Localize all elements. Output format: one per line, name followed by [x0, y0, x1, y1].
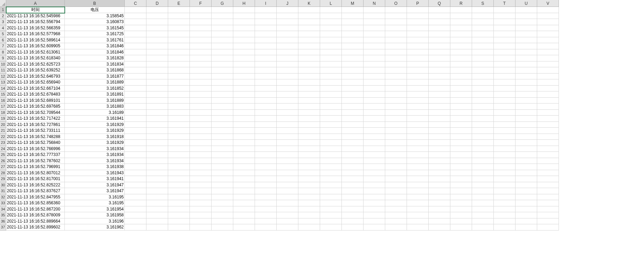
- cell-D4[interactable]: [146, 25, 168, 31]
- cell-P2[interactable]: [407, 13, 429, 19]
- cell-H16[interactable]: [233, 98, 255, 104]
- cell-L5[interactable]: [320, 31, 342, 37]
- cell-U37[interactable]: [515, 224, 537, 231]
- cell-J25[interactable]: [277, 152, 298, 158]
- row-header-31[interactable]: 31: [0, 188, 6, 194]
- cell-G29[interactable]: [212, 176, 233, 182]
- row-header-20[interactable]: 20: [0, 122, 6, 128]
- cell-C2[interactable]: [125, 13, 146, 19]
- cell-P8[interactable]: [407, 49, 429, 56]
- column-header-G[interactable]: G: [212, 0, 233, 7]
- cell-O30[interactable]: [385, 182, 407, 188]
- cell-L15[interactable]: [320, 91, 342, 98]
- cell-R17[interactable]: [450, 104, 472, 110]
- cell-V37[interactable]: [537, 224, 559, 231]
- cell-I17[interactable]: [255, 104, 277, 110]
- cell-L35[interactable]: [320, 212, 342, 218]
- cell-A9[interactable]: 2021-11-13 16:16:52.618340: [6, 55, 65, 61]
- cell-Q11[interactable]: [429, 67, 450, 74]
- cell-A29[interactable]: 2021-11-13 16:16:52.817001: [6, 176, 65, 182]
- cell-V6[interactable]: [537, 37, 559, 43]
- cell-G37[interactable]: [212, 224, 233, 231]
- cell-Q21[interactable]: [429, 128, 450, 134]
- cell-B2[interactable]: 3.158545: [65, 13, 125, 19]
- cell-R25[interactable]: [450, 152, 472, 158]
- cell-P31[interactable]: [407, 188, 429, 194]
- cell-B26[interactable]: 3.161934: [65, 158, 125, 164]
- cell-K2[interactable]: [298, 13, 320, 19]
- cell-M34[interactable]: [342, 206, 364, 213]
- cell-E21[interactable]: [168, 128, 190, 134]
- cell-I9[interactable]: [255, 55, 277, 61]
- cell-H1[interactable]: [233, 7, 255, 13]
- cell-Q25[interactable]: [429, 152, 450, 158]
- cell-B18[interactable]: 3.16189: [65, 110, 125, 116]
- row-header-16[interactable]: 16: [0, 98, 6, 104]
- cell-H17[interactable]: [233, 104, 255, 110]
- cell-V19[interactable]: [537, 116, 559, 122]
- cell-Q10[interactable]: [429, 61, 450, 68]
- cell-P20[interactable]: [407, 122, 429, 128]
- cell-V9[interactable]: [537, 55, 559, 61]
- cell-K33[interactable]: [298, 200, 320, 206]
- cell-C3[interactable]: [125, 19, 146, 25]
- cell-C33[interactable]: [125, 200, 146, 206]
- cell-F24[interactable]: [190, 146, 212, 152]
- row-header-12[interactable]: 12: [0, 74, 6, 80]
- cell-R8[interactable]: [450, 49, 472, 56]
- cell-F35[interactable]: [190, 212, 212, 218]
- cell-A33[interactable]: 2021-11-13 16:16:52.856360: [6, 200, 65, 206]
- cell-H19[interactable]: [233, 116, 255, 122]
- cell-U33[interactable]: [515, 200, 537, 206]
- cell-R26[interactable]: [450, 158, 472, 164]
- cell-E3[interactable]: [168, 19, 190, 25]
- cell-L30[interactable]: [320, 182, 342, 188]
- cell-Q33[interactable]: [429, 200, 450, 206]
- row-header-28[interactable]: 28: [0, 170, 6, 176]
- cell-N23[interactable]: [364, 140, 385, 146]
- cell-H28[interactable]: [233, 170, 255, 176]
- cell-O31[interactable]: [385, 188, 407, 194]
- cell-I23[interactable]: [255, 140, 277, 146]
- cell-R14[interactable]: [450, 86, 472, 92]
- column-header-L[interactable]: L: [320, 0, 342, 7]
- cell-O19[interactable]: [385, 116, 407, 122]
- cell-R34[interactable]: [450, 206, 472, 213]
- cell-L10[interactable]: [320, 61, 342, 68]
- cell-V35[interactable]: [537, 212, 559, 218]
- cell-D15[interactable]: [146, 91, 168, 98]
- cell-E34[interactable]: [168, 206, 190, 213]
- cell-G23[interactable]: [212, 140, 233, 146]
- cell-I32[interactable]: [255, 194, 277, 200]
- cell-J29[interactable]: [277, 176, 298, 182]
- cell-V26[interactable]: [537, 158, 559, 164]
- cell-S11[interactable]: [472, 67, 494, 74]
- cell-G26[interactable]: [212, 158, 233, 164]
- cell-I18[interactable]: [255, 110, 277, 116]
- cell-V29[interactable]: [537, 176, 559, 182]
- cell-B4[interactable]: 3.161545: [65, 25, 125, 31]
- cell-J19[interactable]: [277, 116, 298, 122]
- cell-I4[interactable]: [255, 25, 277, 31]
- cell-U35[interactable]: [515, 212, 537, 218]
- cell-I24[interactable]: [255, 146, 277, 152]
- cell-F37[interactable]: [190, 224, 212, 231]
- cell-S27[interactable]: [472, 164, 494, 170]
- cell-N17[interactable]: [364, 104, 385, 110]
- cell-H25[interactable]: [233, 152, 255, 158]
- cell-S13[interactable]: [472, 79, 494, 86]
- column-header-E[interactable]: E: [168, 0, 190, 7]
- cell-N27[interactable]: [364, 164, 385, 170]
- cell-I27[interactable]: [255, 164, 277, 170]
- cell-A16[interactable]: 2021-11-13 16:16:52.689101: [6, 98, 65, 104]
- cell-R21[interactable]: [450, 128, 472, 134]
- cell-I19[interactable]: [255, 116, 277, 122]
- cell-E4[interactable]: [168, 25, 190, 31]
- cell-M16[interactable]: [342, 98, 364, 104]
- cell-V15[interactable]: [537, 91, 559, 98]
- cell-G6[interactable]: [212, 37, 233, 43]
- cell-L19[interactable]: [320, 116, 342, 122]
- cell-R6[interactable]: [450, 37, 472, 43]
- cell-L29[interactable]: [320, 176, 342, 182]
- cell-B14[interactable]: 3.161852: [65, 86, 125, 92]
